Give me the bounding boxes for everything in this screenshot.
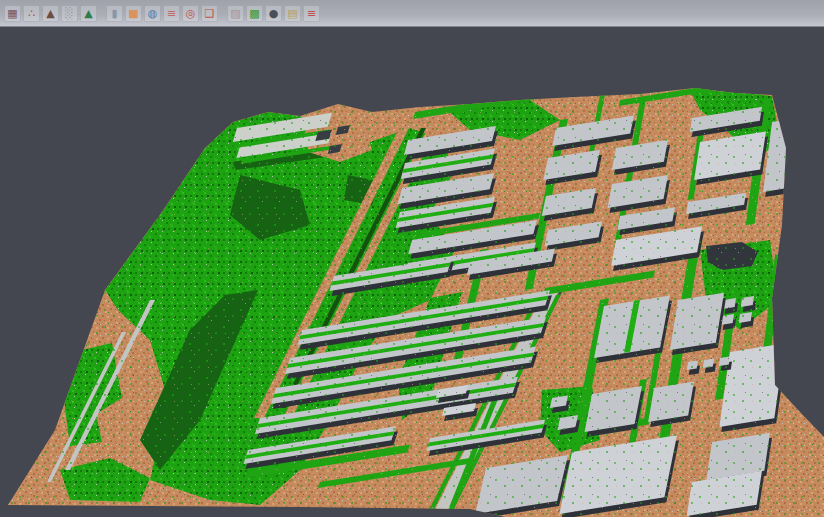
ortho-image-icon[interactable]: ■: [125, 5, 142, 22]
sphere-view-icon[interactable]: ●: [265, 5, 282, 22]
application-window: ▦∴▲░▲▮■◍≡◎❑▨▩●▤≡: [0, 0, 824, 517]
surface-model-icon[interactable]: ▲: [80, 5, 97, 22]
panel-icon[interactable]: ▮: [106, 5, 123, 22]
target-icon[interactable]: ◎: [182, 5, 199, 22]
grid-icon[interactable]: ▨: [227, 5, 244, 22]
toolbar-separator: [219, 5, 226, 22]
flag-stripes-icon[interactable]: ≡: [303, 5, 320, 22]
toolbar: ▦∴▲░▲▮■◍≡◎❑▨▩●▤≡: [0, 0, 824, 27]
scatter-points-icon[interactable]: ∴: [23, 5, 40, 22]
points-cloud-icon[interactable]: ▦: [4, 5, 21, 22]
toolbar-separator: [98, 5, 105, 22]
terrain-icon[interactable]: ▲: [42, 5, 59, 22]
point-cloud-viewport[interactable]: [0, 27, 824, 517]
viewport-container: [0, 27, 824, 517]
globe-icon[interactable]: ◍: [144, 5, 161, 22]
layers-icon[interactable]: ≡: [163, 5, 180, 22]
measure-icon[interactable]: ▤: [284, 5, 301, 22]
classification-colors-icon[interactable]: ▩: [246, 5, 263, 22]
zoom-extent-icon[interactable]: ❑: [201, 5, 218, 22]
points-sparse-icon[interactable]: ░: [61, 5, 78, 22]
